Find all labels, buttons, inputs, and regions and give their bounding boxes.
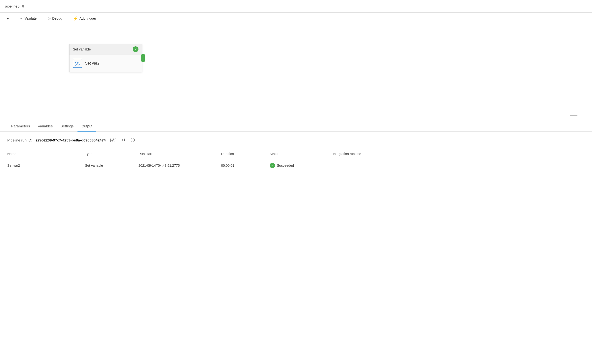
success-check-icon: ✓ [134,48,137,51]
top-bar: pipeline5 [0,0,592,13]
validate-button[interactable]: ✓ Validate [18,15,39,22]
validate-label: Validate [25,17,37,20]
bottom-panel: Parameters Variables Settings Output Pip… [0,119,592,364]
row-type: Set variable [85,164,138,167]
tab-settings[interactable]: Settings [57,121,77,132]
node-activity-name: Set var2 [85,61,100,66]
trigger-icon: ⚡ [73,16,78,21]
row-status-cell: ✓ Succeeded [270,163,333,168]
debug-label: Debug [52,17,62,20]
node-success-badge: ✓ [133,46,138,52]
row-status: Succeeded [277,164,294,167]
node-title: Set variable [73,47,91,51]
output-table: Name Type Run start Duration Status Inte… [0,149,592,172]
tab-parameters[interactable]: Parameters [7,121,34,132]
col-run-start: Run start [138,152,221,156]
tab-variables[interactable]: Variables [34,121,57,132]
col-integration-runtime: Integration runtime [333,152,585,156]
add-trigger-label: Add trigger [79,17,96,20]
run-id-label: Pipeline run ID: [7,138,32,142]
node-header: Set variable ✓ [69,44,142,55]
debug-icon: ▷ [48,16,51,21]
table-header: Name Type Run start Duration Status Inte… [5,149,587,159]
pipeline-title: pipeline5 [5,4,24,8]
col-name: Name [7,152,85,156]
tabs-bar: Parameters Variables Settings Output [0,119,592,132]
variable-x-symbol: (𝑋) [75,61,80,66]
pipeline-node[interactable]: Set variable ✓ (𝑋) Set var2 [69,44,142,72]
node-connector [141,54,145,62]
row-name: Set var2 [7,164,85,167]
col-status: Status [270,152,333,156]
node-body: (𝑋) Set var2 [69,55,142,72]
variable-icon: (𝑋) [73,59,82,68]
row-run-start: 2021-09-14T04:48:51.2775 [138,164,221,167]
canvas-area: Set variable ✓ (𝑋) Set var2 [0,24,592,119]
tab-output[interactable]: Output [77,121,96,132]
info-button[interactable]: ⓘ [130,136,136,144]
unsaved-dot [22,5,24,8]
collapse-button[interactable]: » [5,15,11,21]
pipeline-name-label: pipeline5 [5,4,19,8]
run-id-value: 27e52209-97c7-4253-be8a-d695c8542474 [36,138,106,142]
refresh-button[interactable]: ↺ [121,137,126,144]
status-success-icon: ✓ [270,163,275,168]
table-row[interactable]: Set var2 Set variable 2021-09-14T04:48:5… [5,159,587,172]
run-info: Pipeline run ID: 27e52209-97c7-4253-be8a… [0,132,592,149]
minimize-bar[interactable] [570,116,577,116]
col-type: Type [85,152,138,156]
validate-icon: ✓ [20,16,23,21]
toolbar: » ✓ Validate ▷ Debug ⚡ Add trigger [0,13,592,24]
add-trigger-button[interactable]: ⚡ Add trigger [71,15,98,22]
copy-run-id-button[interactable]: [@] [109,137,118,144]
row-duration: 00:00:01 [221,164,270,167]
debug-button[interactable]: ▷ Debug [46,15,64,22]
col-duration: Duration [221,152,270,156]
